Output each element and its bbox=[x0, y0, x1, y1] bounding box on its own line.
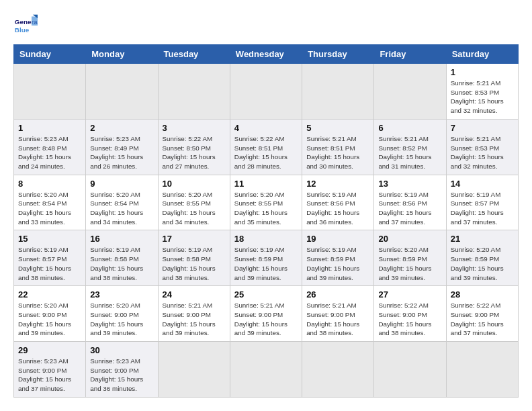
day-number: 22 bbox=[18, 289, 81, 300]
day-cell: 27Sunrise: 5:22 AMSunset: 9:00 PMDayligh… bbox=[374, 286, 446, 342]
day-cell bbox=[158, 64, 230, 120]
day-info: Sunrise: 5:19 AMSunset: 8:57 PMDaylight:… bbox=[451, 190, 514, 227]
week-row-6: 29Sunrise: 5:23 AMSunset: 9:00 PMDayligh… bbox=[14, 342, 519, 398]
day-cell bbox=[374, 64, 446, 120]
day-info: Sunrise: 5:21 AMSunset: 8:51 PMDaylight:… bbox=[306, 134, 369, 171]
day-number: 15 bbox=[18, 234, 81, 244]
week-row-5: 22Sunrise: 5:20 AMSunset: 9:00 PMDayligh… bbox=[14, 286, 519, 342]
col-header-saturday: Saturday bbox=[446, 45, 518, 64]
day-number: 2 bbox=[90, 123, 153, 133]
day-cell: 4Sunrise: 5:22 AMSunset: 8:51 PMDaylight… bbox=[230, 119, 302, 175]
day-cell: 7Sunrise: 5:21 AMSunset: 8:53 PMDaylight… bbox=[446, 119, 518, 175]
day-cell: 9Sunrise: 5:20 AMSunset: 8:54 PMDaylight… bbox=[86, 175, 158, 230]
day-info: Sunrise: 5:19 AMSunset: 8:56 PMDaylight:… bbox=[306, 190, 369, 227]
day-info: Sunrise: 5:21 AMSunset: 8:53 PMDaylight:… bbox=[451, 134, 514, 171]
day-cell bbox=[86, 64, 158, 120]
day-cell: 16Sunrise: 5:19 AMSunset: 8:58 PMDayligh… bbox=[86, 230, 158, 286]
day-cell: 12Sunrise: 5:19 AMSunset: 8:56 PMDayligh… bbox=[302, 175, 374, 230]
day-cell bbox=[302, 342, 374, 398]
day-info: Sunrise: 5:20 AMSunset: 9:00 PMDaylight:… bbox=[90, 301, 153, 338]
day-info: Sunrise: 5:23 AMSunset: 8:48 PMDaylight:… bbox=[18, 134, 81, 171]
day-cell: 21Sunrise: 5:20 AMSunset: 8:59 PMDayligh… bbox=[446, 230, 518, 286]
week-row-1: 1Sunrise: 5:21 AMSunset: 8:53 PMDaylight… bbox=[14, 64, 519, 120]
day-info: Sunrise: 5:22 AMSunset: 9:00 PMDaylight:… bbox=[451, 301, 514, 338]
calendar-table: SundayMondayTuesdayWednesdayThursdayFrid… bbox=[13, 44, 519, 398]
day-cell: 8Sunrise: 5:20 AMSunset: 8:54 PMDaylight… bbox=[14, 175, 86, 230]
day-cell: 26Sunrise: 5:21 AMSunset: 9:00 PMDayligh… bbox=[302, 286, 374, 342]
day-info: Sunrise: 5:19 AMSunset: 8:58 PMDaylight:… bbox=[90, 245, 153, 282]
day-info: Sunrise: 5:19 AMSunset: 8:57 PMDaylight:… bbox=[18, 245, 81, 282]
day-info: Sunrise: 5:22 AMSunset: 8:50 PMDaylight:… bbox=[163, 134, 226, 171]
col-header-sunday: Sunday bbox=[14, 45, 86, 64]
day-cell: 30Sunrise: 5:23 AMSunset: 9:00 PMDayligh… bbox=[86, 342, 158, 398]
svg-text:Blue: Blue bbox=[15, 26, 30, 34]
day-cell: 1Sunrise: 5:23 AMSunset: 8:48 PMDaylight… bbox=[14, 119, 86, 175]
day-number: 14 bbox=[451, 179, 514, 189]
day-cell: 11Sunrise: 5:20 AMSunset: 8:55 PMDayligh… bbox=[230, 175, 302, 230]
logo-icon: General Blue bbox=[13, 13, 38, 38]
day-number: 12 bbox=[306, 179, 369, 189]
day-number: 1 bbox=[18, 123, 81, 133]
day-number: 16 bbox=[90, 234, 153, 244]
day-number: 4 bbox=[234, 123, 298, 133]
day-cell: 15Sunrise: 5:19 AMSunset: 8:57 PMDayligh… bbox=[14, 230, 86, 286]
day-cell: 1Sunrise: 5:21 AMSunset: 8:53 PMDaylight… bbox=[446, 64, 518, 120]
svg-marker-3 bbox=[32, 17, 38, 26]
day-cell bbox=[158, 342, 230, 398]
col-header-wednesday: Wednesday bbox=[230, 45, 302, 64]
day-number: 17 bbox=[163, 234, 226, 244]
day-cell: 18Sunrise: 5:19 AMSunset: 8:59 PMDayligh… bbox=[230, 230, 302, 286]
day-cell: 13Sunrise: 5:19 AMSunset: 8:56 PMDayligh… bbox=[374, 175, 446, 230]
day-number: 25 bbox=[234, 289, 298, 300]
calendar-header-row: SundayMondayTuesdayWednesdayThursdayFrid… bbox=[14, 45, 519, 64]
day-cell bbox=[302, 64, 374, 120]
day-info: Sunrise: 5:23 AMSunset: 9:00 PMDaylight:… bbox=[18, 357, 81, 394]
day-info: Sunrise: 5:20 AMSunset: 8:55 PMDaylight:… bbox=[234, 190, 298, 227]
day-info: Sunrise: 5:21 AMSunset: 8:53 PMDaylight:… bbox=[451, 79, 514, 116]
day-info: Sunrise: 5:20 AMSunset: 8:54 PMDaylight:… bbox=[18, 190, 81, 227]
day-cell: 24Sunrise: 5:21 AMSunset: 9:00 PMDayligh… bbox=[158, 286, 230, 342]
day-cell: 17Sunrise: 5:19 AMSunset: 8:58 PMDayligh… bbox=[158, 230, 230, 286]
day-number: 28 bbox=[451, 289, 514, 300]
day-info: Sunrise: 5:20 AMSunset: 8:55 PMDaylight:… bbox=[163, 190, 226, 227]
day-info: Sunrise: 5:23 AMSunset: 9:00 PMDaylight:… bbox=[90, 357, 153, 394]
day-number: 27 bbox=[378, 289, 441, 300]
col-header-friday: Friday bbox=[374, 45, 446, 64]
day-info: Sunrise: 5:20 AMSunset: 8:54 PMDaylight:… bbox=[90, 190, 153, 227]
day-number: 11 bbox=[234, 179, 298, 189]
day-info: Sunrise: 5:22 AMSunset: 9:00 PMDaylight:… bbox=[378, 301, 441, 338]
logo: General Blue bbox=[13, 13, 38, 38]
day-cell: 29Sunrise: 5:23 AMSunset: 9:00 PMDayligh… bbox=[14, 342, 86, 398]
day-number: 21 bbox=[451, 234, 514, 244]
col-header-tuesday: Tuesday bbox=[158, 45, 230, 64]
day-number: 13 bbox=[378, 179, 441, 189]
day-info: Sunrise: 5:19 AMSunset: 8:59 PMDaylight:… bbox=[306, 245, 369, 282]
day-cell: 6Sunrise: 5:21 AMSunset: 8:52 PMDaylight… bbox=[374, 119, 446, 175]
col-header-monday: Monday bbox=[86, 45, 158, 64]
day-number: 18 bbox=[234, 234, 298, 244]
day-number: 3 bbox=[163, 123, 226, 133]
day-cell: 25Sunrise: 5:21 AMSunset: 9:00 PMDayligh… bbox=[230, 286, 302, 342]
day-cell bbox=[230, 64, 302, 120]
day-number: 20 bbox=[378, 234, 441, 244]
day-info: Sunrise: 5:21 AMSunset: 8:52 PMDaylight:… bbox=[378, 134, 441, 171]
day-info: Sunrise: 5:20 AMSunset: 8:59 PMDaylight:… bbox=[451, 245, 514, 282]
day-cell: 10Sunrise: 5:20 AMSunset: 8:55 PMDayligh… bbox=[158, 175, 230, 230]
day-info: Sunrise: 5:19 AMSunset: 8:58 PMDaylight:… bbox=[163, 245, 226, 282]
day-cell: 22Sunrise: 5:20 AMSunset: 9:00 PMDayligh… bbox=[14, 286, 86, 342]
week-row-2: 1Sunrise: 5:23 AMSunset: 8:48 PMDaylight… bbox=[14, 119, 519, 175]
day-info: Sunrise: 5:21 AMSunset: 9:00 PMDaylight:… bbox=[163, 301, 226, 338]
day-cell bbox=[446, 342, 518, 398]
day-info: Sunrise: 5:21 AMSunset: 9:00 PMDaylight:… bbox=[234, 301, 298, 338]
day-info: Sunrise: 5:19 AMSunset: 8:59 PMDaylight:… bbox=[234, 245, 298, 282]
day-number: 6 bbox=[378, 123, 441, 133]
day-info: Sunrise: 5:21 AMSunset: 9:00 PMDaylight:… bbox=[306, 301, 369, 338]
day-cell: 28Sunrise: 5:22 AMSunset: 9:00 PMDayligh… bbox=[446, 286, 518, 342]
day-number: 26 bbox=[306, 289, 369, 300]
day-info: Sunrise: 5:19 AMSunset: 8:56 PMDaylight:… bbox=[378, 190, 441, 227]
day-number: 10 bbox=[163, 179, 226, 189]
day-number: 24 bbox=[163, 289, 226, 300]
day-cell: 23Sunrise: 5:20 AMSunset: 9:00 PMDayligh… bbox=[86, 286, 158, 342]
day-number: 5 bbox=[306, 123, 369, 133]
day-info: Sunrise: 5:22 AMSunset: 8:51 PMDaylight:… bbox=[234, 134, 298, 171]
